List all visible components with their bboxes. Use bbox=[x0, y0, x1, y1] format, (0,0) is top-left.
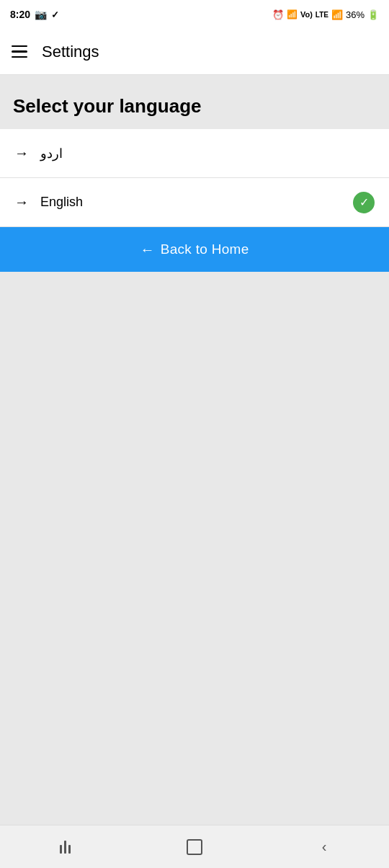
language-name-english: English bbox=[40, 195, 83, 210]
camera-icon: 📷 bbox=[35, 9, 47, 20]
status-time: 8:20 bbox=[10, 9, 30, 20]
app-bar-title: Settings bbox=[42, 43, 99, 61]
nav-recents-button[interactable] bbox=[43, 833, 86, 862]
app-bar: Settings bbox=[0, 29, 389, 75]
language-item-urdu[interactable]: → اردو bbox=[0, 129, 389, 178]
arrow-icon-urdu: → bbox=[14, 145, 29, 161]
status-left: 8:20 📷 ✓ bbox=[10, 9, 59, 20]
back-button-label: Back to Home bbox=[161, 242, 249, 257]
back-arrow-icon: ← bbox=[140, 242, 154, 258]
section-title: Select your language bbox=[13, 95, 202, 117]
status-right: ⏰ 📶 Vo) LTE 📶 36% 🔋 bbox=[272, 9, 379, 20]
alarm-icon: ⏰ bbox=[272, 9, 284, 20]
selected-check-icon: ✓ bbox=[353, 192, 375, 213]
home-icon bbox=[187, 839, 202, 855]
hamburger-menu-button[interactable] bbox=[12, 45, 27, 58]
language-name-urdu: اردو bbox=[40, 146, 63, 161]
wifi-icon: 📶 bbox=[287, 9, 298, 19]
bottom-nav-bar: ‹ bbox=[0, 825, 389, 868]
back-to-home-button[interactable]: ← Back to Home bbox=[0, 227, 389, 272]
language-item-urdu-left: → اردو bbox=[14, 145, 63, 161]
language-list: → اردو → English ✓ bbox=[0, 129, 389, 227]
nav-home-button[interactable] bbox=[173, 833, 216, 862]
recents-icon bbox=[60, 841, 71, 854]
arrow-icon-english: → bbox=[14, 194, 29, 211]
main-content: Select your language → اردو → English ✓ … bbox=[0, 75, 389, 825]
volte-label: Vo) bbox=[300, 10, 313, 19]
back-nav-icon: ‹ bbox=[322, 838, 327, 855]
language-item-english-left: → English bbox=[14, 194, 83, 211]
battery-label: 36% bbox=[346, 9, 365, 20]
section-header: Select your language bbox=[0, 75, 389, 129]
signal-icon: 📶 bbox=[331, 9, 343, 20]
battery-icon: 🔋 bbox=[367, 9, 379, 20]
check-icon: ✓ bbox=[51, 9, 59, 20]
status-bar: 8:20 📷 ✓ ⏰ 📶 Vo) LTE 📶 36% 🔋 bbox=[0, 0, 389, 29]
lte-label: LTE bbox=[316, 11, 328, 19]
nav-back-button[interactable]: ‹ bbox=[303, 833, 346, 862]
language-item-english[interactable]: → English ✓ bbox=[0, 178, 389, 227]
